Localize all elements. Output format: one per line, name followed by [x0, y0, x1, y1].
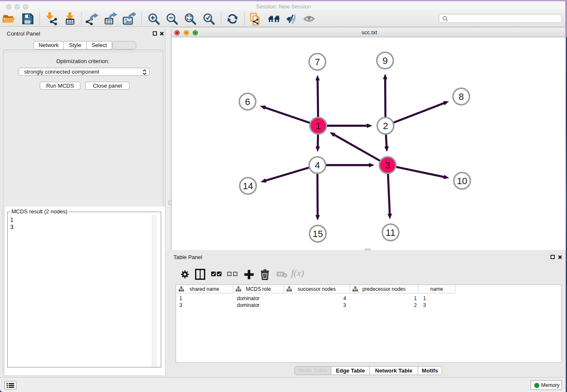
svg-text:1: 1 — [316, 121, 321, 131]
svg-text:9: 9 — [383, 55, 388, 66]
svg-text:11: 11 — [386, 227, 396, 238]
svg-text:8: 8 — [459, 91, 464, 102]
svg-text:14: 14 — [243, 181, 253, 191]
svg-text:6: 6 — [245, 97, 250, 107]
svg-text:3: 3 — [385, 160, 390, 171]
svg-text:15: 15 — [313, 229, 323, 239]
svg-text:10: 10 — [457, 176, 467, 186]
svg-text:7: 7 — [315, 57, 320, 67]
svg-text:4: 4 — [315, 160, 320, 171]
svg-text:2: 2 — [383, 121, 388, 131]
